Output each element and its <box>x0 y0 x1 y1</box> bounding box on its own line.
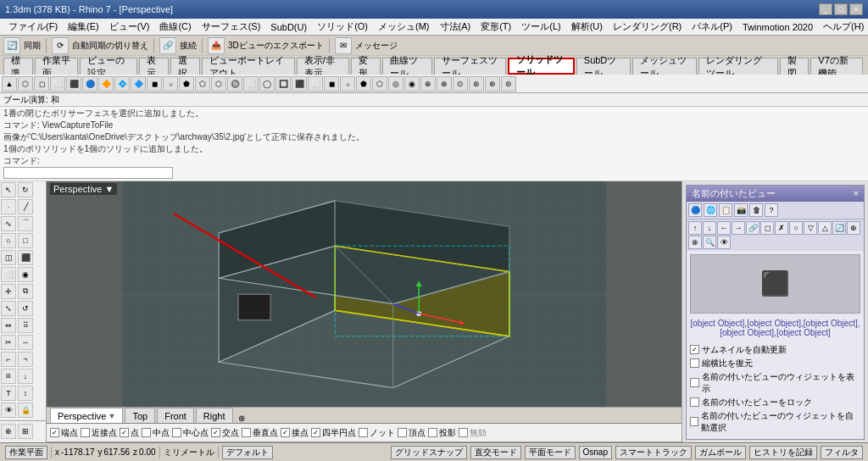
sidebar-icon-scale[interactable]: ⤡ <box>1 301 16 316</box>
sidebar-icon-surface[interactable]: ◫ <box>1 250 16 265</box>
grid-snap-button[interactable]: グリッドスナップ <box>391 446 467 459</box>
snap-center[interactable]: 中心点 <box>172 427 209 439</box>
tool-icon-18[interactable]: 🔲 <box>275 76 291 92</box>
snap-tangent[interactable]: 接点 <box>281 427 309 439</box>
filter-button[interactable]: フィルタ <box>821 446 863 459</box>
tab-v7-new[interactable]: V7の新機能 <box>810 58 863 75</box>
tab-perspective[interactable]: Perspective ▼ <box>50 408 123 423</box>
menu-analyze[interactable]: 解析(U) <box>566 19 608 35</box>
nv-btn-world[interactable]: 🌐 <box>704 203 717 217</box>
sidebar-icon-lock[interactable]: 🔒 <box>18 403 33 418</box>
snap-intersection-checkbox[interactable] <box>211 428 220 437</box>
command-input[interactable] <box>3 167 173 179</box>
menu-subd[interactable]: SubD(U) <box>265 20 312 34</box>
tab-view-settings[interactable]: ビューの設定 <box>80 58 137 75</box>
sidebar-icon-array[interactable]: ⠿ <box>18 318 33 333</box>
snap-perpendicular-checkbox[interactable] <box>242 428 251 437</box>
snap-midpoint-checkbox[interactable] <box>142 428 151 437</box>
tool-icon-28[interactable]: ⊗ <box>437 76 452 92</box>
sidebar-icon-project[interactable]: ↓ <box>18 369 33 384</box>
nv-btn-link[interactable]: 🔗 <box>746 221 760 235</box>
tool-icon-14[interactable]: ⬡ <box>211 76 226 92</box>
history-button[interactable]: ヒストリを記録 <box>749 446 817 459</box>
tool-icon-22[interactable]: ⬦ <box>340 76 355 92</box>
menu-solid[interactable]: ソリッド(O) <box>312 19 373 35</box>
sidebar-icon-rotate[interactable]: ↻ <box>18 182 33 197</box>
nv-btn-square[interactable]: ◻ <box>760 221 774 235</box>
nv-btn-triangle-down[interactable]: ▽ <box>804 221 817 235</box>
ortho-button[interactable]: 直交モード <box>470 446 521 459</box>
sidebar-icon-compass[interactable]: ⊕ <box>1 424 16 439</box>
nv-auto-thumb-checkbox[interactable]: ✓ <box>690 345 699 354</box>
menu-mesh[interactable]: メッシュ(M) <box>373 19 435 35</box>
maximize-button[interactable]: □ <box>834 3 848 15</box>
tool-icon-9[interactable]: 🔷 <box>131 76 146 92</box>
sidebar-icon-arc[interactable]: ⌒ <box>18 216 33 231</box>
snap-quadrant-checkbox[interactable] <box>311 428 320 437</box>
tab-front[interactable]: Front <box>157 408 194 423</box>
tab-render-tools[interactable]: レンダリングツール <box>698 58 777 75</box>
tool-icon-5[interactable]: ⬛ <box>66 76 81 92</box>
snap-perpendicular[interactable]: 垂直点 <box>242 427 278 439</box>
menu-twinmotion[interactable]: Twinmotion 2020 <box>737 20 818 34</box>
gumball-button[interactable]: ガムボール <box>695 446 746 459</box>
nv-btn-left[interactable]: ← <box>717 221 731 235</box>
tool-icon-31[interactable]: ⊛ <box>485 76 500 92</box>
sidebar-icon-line[interactable]: ╱ <box>18 199 33 214</box>
snap-intersection[interactable]: 交点 <box>211 427 239 439</box>
menu-curve[interactable]: 曲線(C) <box>154 19 196 35</box>
menu-dim[interactable]: 寸法(A) <box>435 19 476 35</box>
tab-workplane[interactable]: 作業平面 <box>35 58 78 75</box>
tool-icon-3[interactable]: ◻ <box>34 76 49 92</box>
nv-btn-triangle-up[interactable]: △ <box>818 221 832 235</box>
tool-icon-30[interactable]: ⊚ <box>469 76 484 92</box>
snap-quadrant[interactable]: 四半円点 <box>311 427 356 439</box>
sidebar-icon-copy[interactable]: ⧉ <box>18 284 33 299</box>
tab-viewport-layout[interactable]: ビューポートレイアウト <box>202 58 295 75</box>
tab-display[interactable]: 表示 <box>139 58 169 75</box>
sidebar-icon-box[interactable]: ⬜ <box>1 267 16 282</box>
named-views-close-button[interactable]: × <box>854 188 859 198</box>
tool-icon-24[interactable]: ⬠ <box>372 76 387 92</box>
sidebar-icon-cursor[interactable]: ↖ <box>1 182 16 197</box>
auto-sync-button[interactable]: ⟳ <box>52 37 69 54</box>
snap-near-checkbox[interactable] <box>81 428 90 437</box>
tool-icon-2[interactable]: ⬡ <box>18 76 33 92</box>
nv-lock-checkbox[interactable] <box>690 397 699 407</box>
tool-icon-21[interactable]: ◼ <box>324 76 339 92</box>
sidebar-icon-eye[interactable]: 👁 <box>1 403 16 418</box>
snap-vertex-checkbox[interactable] <box>398 428 407 437</box>
viewport-area[interactable]: Perspective ▼ <box>47 181 682 408</box>
nv-btn-help[interactable]: ? <box>765 203 778 217</box>
tab-standard[interactable]: 標準 <box>3 58 33 75</box>
sidebar-icon-circle[interactable]: ○ <box>1 233 16 248</box>
snap-vertex[interactable]: 頂点 <box>398 427 426 439</box>
nv-btn-up[interactable]: ↑ <box>688 221 702 235</box>
connect-button[interactable]: 🔗 <box>159 37 176 54</box>
menu-view[interactable]: ビュー(V) <box>104 19 155 35</box>
menu-transform[interactable]: 変形(T) <box>476 19 516 35</box>
tool-icon-20[interactable]: ⬜ <box>308 76 323 92</box>
titlebar-controls[interactable]: _ □ × <box>819 3 863 15</box>
nv-btn-camera2[interactable]: 📸 <box>734 203 748 217</box>
close-button[interactable]: × <box>849 3 863 15</box>
smart-track-button[interactable]: スマートトラック <box>615 446 692 459</box>
tool-icon-1[interactable]: ▲ <box>2 76 17 92</box>
nv-btn-down[interactable]: ↓ <box>703 221 716 235</box>
sidebar-icon-text[interactable]: T <box>1 386 16 401</box>
nv-btn-refresh[interactable]: 🔄 <box>832 221 846 235</box>
tool-icon-19[interactable]: ⬛ <box>292 76 307 92</box>
viewport-arrow[interactable]: ▼ <box>105 184 114 194</box>
tool-icon-27[interactable]: ⊕ <box>420 76 436 92</box>
nv-btn-plus-circle[interactable]: ⊕ <box>847 221 860 235</box>
sidebar-icon-point[interactable]: · <box>1 199 16 214</box>
nv-btn-circle[interactable]: ○ <box>789 221 803 235</box>
sync-button[interactable]: 🔄 <box>3 37 20 54</box>
tab-select[interactable]: 選択 <box>170 58 200 75</box>
snap-center-checkbox[interactable] <box>172 428 181 437</box>
sidebar-icon-sphere[interactable]: ◉ <box>18 267 33 282</box>
snap-point-checkbox[interactable] <box>120 428 129 437</box>
tool-icon-23[interactable]: ⬟ <box>356 76 371 92</box>
planar-button[interactable]: 平面モード <box>525 446 576 459</box>
snap-project[interactable]: 投影 <box>428 427 456 439</box>
